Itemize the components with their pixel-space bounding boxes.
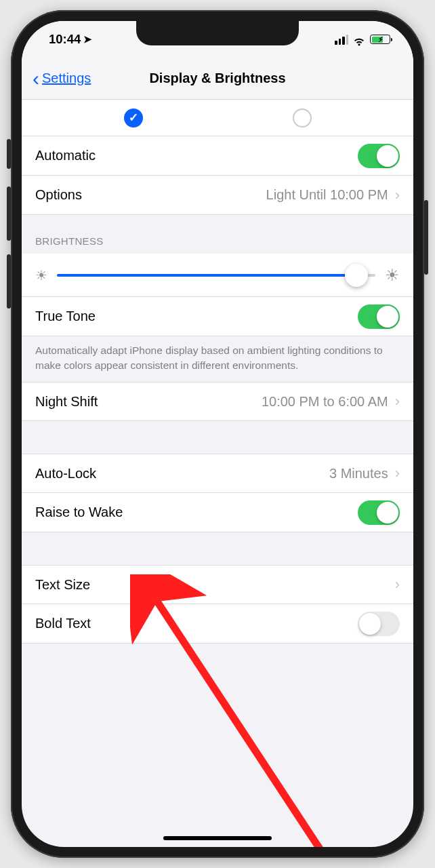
back-label: Settings [42, 71, 91, 86]
boldtext-label: Bold Text [35, 616, 91, 631]
options-value: Light Until 10:00 PM [266, 187, 388, 203]
raisetowake-label: Raise to Wake [35, 505, 123, 520]
phone-frame: 10:44 ➤ ⚡︎ ‹ Settings Display & Brightne… [11, 10, 424, 858]
boldtext-row: Bold Text [22, 604, 413, 644]
wifi-icon [352, 35, 366, 44]
location-icon: ➤ [83, 33, 92, 45]
truetone-row: True Tone [22, 297, 413, 336]
autolock-row[interactable]: Auto-Lock 3 Minutes › [22, 454, 413, 493]
screen: 10:44 ➤ ⚡︎ ‹ Settings Display & Brightne… [22, 21, 413, 847]
home-indicator[interactable] [163, 836, 272, 840]
textsize-label: Text Size [35, 577, 90, 593]
back-button[interactable]: ‹ Settings [22, 68, 91, 89]
brightness-high-icon: ☀︎ [385, 266, 400, 285]
truetone-label: True Tone [35, 309, 96, 324]
appearance-light-radio[interactable] [124, 108, 143, 127]
notch [136, 21, 299, 45]
raisetowake-row: Raise to Wake [22, 493, 413, 532]
brightness-slider-row: ☀︎ ☀︎ [22, 254, 413, 297]
nav-bar: ‹ Settings Display & Brightness [22, 58, 413, 100]
automatic-label: Automatic [35, 148, 96, 163]
chevron-right-icon: › [395, 393, 400, 410]
raisetowake-toggle[interactable] [358, 500, 400, 525]
chevron-right-icon: › [395, 576, 400, 593]
appearance-radio-row [22, 100, 413, 136]
page-title: Display & Brightness [149, 71, 285, 86]
textsize-row[interactable]: Text Size › [22, 565, 413, 604]
options-row[interactable]: Options Light Until 10:00 PM › [22, 176, 413, 215]
battery-icon: ⚡︎ [370, 35, 390, 44]
brightness-header: BRIGHTNESS [22, 215, 413, 254]
brightness-low-icon: ☀︎ [35, 267, 47, 283]
brightness-slider[interactable] [57, 274, 375, 277]
boldtext-toggle[interactable] [358, 612, 400, 636]
chevron-right-icon: › [395, 186, 400, 204]
status-time: 10:44 [49, 32, 81, 47]
cellular-icon [335, 35, 348, 45]
nightshift-row[interactable]: Night Shift 10:00 PM to 6:00 AM › [22, 382, 413, 421]
automatic-row: Automatic [22, 136, 413, 176]
automatic-toggle[interactable] [358, 144, 400, 168]
chevron-right-icon: › [395, 465, 400, 482]
nightshift-label: Night Shift [35, 394, 98, 410]
truetone-toggle[interactable] [358, 304, 400, 329]
autolock-value: 3 Minutes [329, 466, 388, 481]
options-label: Options [35, 187, 82, 203]
settings-list[interactable]: Automatic Options Light Until 10:00 PM ›… [22, 100, 413, 847]
truetone-note: Automatically adapt iPhone display based… [22, 336, 413, 382]
appearance-dark-radio[interactable] [293, 108, 312, 127]
autolock-label: Auto-Lock [35, 466, 96, 481]
nightshift-value: 10:00 PM to 6:00 AM [262, 394, 388, 410]
chevron-left-icon: ‹ [33, 68, 39, 89]
